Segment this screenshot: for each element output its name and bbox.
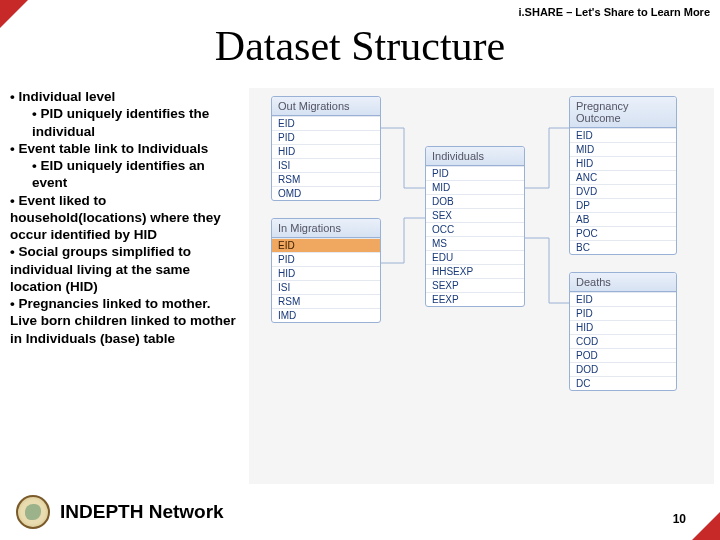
table-field: AB bbox=[570, 212, 676, 226]
table-field: OMD bbox=[272, 186, 380, 200]
bullet-item: • Event liked to household(locations) wh… bbox=[10, 192, 241, 244]
table-individuals: Individuals PID MID DOB SEX OCC MS EDU H… bbox=[425, 146, 525, 307]
tagline: i.SHARE – Let's Share to Learn More bbox=[519, 6, 711, 18]
footer: INDEPTH Network bbox=[0, 490, 720, 534]
table-field: POD bbox=[570, 348, 676, 362]
table-field: ISI bbox=[272, 280, 380, 294]
table-field: EID bbox=[570, 292, 676, 306]
table-field: MID bbox=[426, 180, 524, 194]
bullet-item: • Pregnancies linked to mother. Live bor… bbox=[10, 295, 241, 347]
table-field: SEXP bbox=[426, 278, 524, 292]
table-field: HID bbox=[570, 156, 676, 170]
table-field: PID bbox=[272, 130, 380, 144]
table-field: HID bbox=[570, 320, 676, 334]
org-name: INDEPTH Network bbox=[60, 501, 224, 523]
table-field: PID bbox=[570, 306, 676, 320]
table-field: RSM bbox=[272, 294, 380, 308]
table-field: EID bbox=[272, 116, 380, 130]
table-field: HHSEXP bbox=[426, 264, 524, 278]
table-header: In Migrations bbox=[272, 219, 380, 238]
er-diagram: Out Migrations EID PID HID ISI RSM OMD I… bbox=[249, 88, 714, 484]
table-field: ANC bbox=[570, 170, 676, 184]
table-field: IMD bbox=[272, 308, 380, 322]
page-title: Dataset Structure bbox=[0, 22, 720, 70]
indepth-logo-icon bbox=[16, 495, 50, 529]
table-field: BC bbox=[570, 240, 676, 254]
bullet-item: • EID uniquely identifies an event bbox=[32, 157, 241, 192]
bullet-list: • Individual level • PID uniquely identi… bbox=[10, 88, 245, 484]
table-field: DC bbox=[570, 376, 676, 390]
bullet-item: • Social groups simplified to individual… bbox=[10, 243, 241, 295]
table-field: EDU bbox=[426, 250, 524, 264]
table-deaths: Deaths EID PID HID COD POD DOD DC bbox=[569, 272, 677, 391]
table-field: EID bbox=[272, 238, 380, 252]
page-number: 10 bbox=[673, 512, 686, 526]
table-field: EEXP bbox=[426, 292, 524, 306]
table-field: HID bbox=[272, 144, 380, 158]
table-field: DOB bbox=[426, 194, 524, 208]
table-in-migrations: In Migrations EID PID HID ISI RSM IMD bbox=[271, 218, 381, 323]
table-field: EID bbox=[570, 128, 676, 142]
table-field: DVD bbox=[570, 184, 676, 198]
table-header: Pregnancy Outcome bbox=[570, 97, 676, 128]
bullet-item: • Event table link to Individuals bbox=[10, 140, 241, 157]
table-field: RSM bbox=[272, 172, 380, 186]
table-field: PID bbox=[426, 166, 524, 180]
table-field: DOD bbox=[570, 362, 676, 376]
table-field: DP bbox=[570, 198, 676, 212]
table-field: COD bbox=[570, 334, 676, 348]
table-field: PID bbox=[272, 252, 380, 266]
table-field: MS bbox=[426, 236, 524, 250]
table-field: SEX bbox=[426, 208, 524, 222]
table-field: HID bbox=[272, 266, 380, 280]
table-header: Individuals bbox=[426, 147, 524, 166]
content-area: • Individual level • PID uniquely identi… bbox=[10, 88, 714, 484]
table-pregnancy-outcome: Pregnancy Outcome EID MID HID ANC DVD DP… bbox=[569, 96, 677, 255]
table-out-migrations: Out Migrations EID PID HID ISI RSM OMD bbox=[271, 96, 381, 201]
bullet-item: • Individual level bbox=[10, 88, 241, 105]
bullet-item: • PID uniquely identifies the individual bbox=[32, 105, 241, 140]
table-field: POC bbox=[570, 226, 676, 240]
table-field: OCC bbox=[426, 222, 524, 236]
table-field: MID bbox=[570, 142, 676, 156]
table-header: Deaths bbox=[570, 273, 676, 292]
table-field: ISI bbox=[272, 158, 380, 172]
table-header: Out Migrations bbox=[272, 97, 380, 116]
